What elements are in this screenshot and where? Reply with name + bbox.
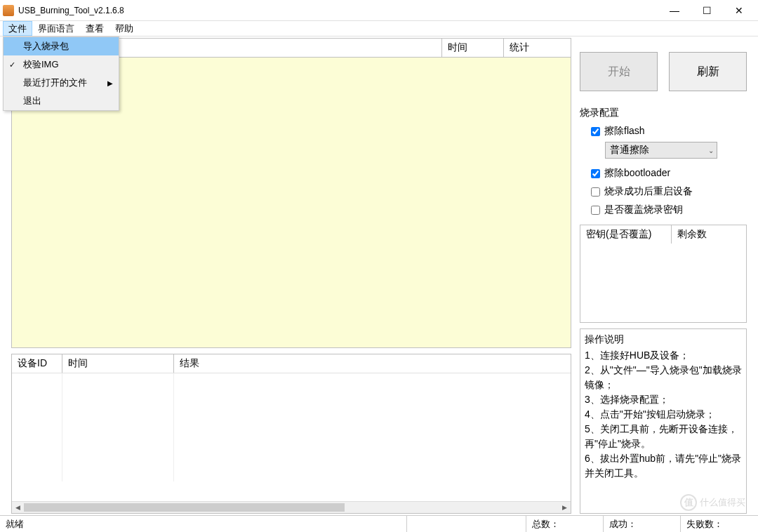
horizontal-scrollbar[interactable]: ◀ ▶	[12, 501, 571, 513]
table-row[interactable]	[12, 451, 571, 466]
col-key: 密钥(是否覆盖)	[580, 225, 672, 244]
erase-bootloader-label: 擦除bootloader	[604, 167, 670, 180]
app-icon	[3, 5, 14, 16]
status-failed: 失败数：	[681, 516, 758, 532]
table-row[interactable]	[12, 420, 571, 435]
action-buttons: 开始 刷新	[580, 38, 747, 105]
window-controls: — ☐ ✕	[658, 0, 755, 21]
erase-bootloader-input[interactable]	[591, 169, 600, 178]
col-time: 时间	[62, 354, 174, 373]
table-row[interactable]	[12, 404, 571, 420]
menu-verify-img-label: 校验IMG	[23, 58, 59, 71]
instruction-step: 2、从"文件"—"导入烧录包"加载烧录镜像；	[585, 363, 742, 392]
burn-config-section: 烧录配置 擦除flash 普通擦除 ⌄ 擦除bootloader 烧录成功后重启…	[580, 105, 747, 220]
erase-flash-label: 擦除flash	[604, 125, 645, 138]
overwrite-key-checkbox[interactable]: 是否覆盖烧录密钥	[580, 202, 747, 220]
instruction-step: 5、关闭工具前，先断开设备连接，再"停止"烧录。	[585, 422, 742, 451]
close-button[interactable]: ✕	[723, 0, 755, 21]
menu-exit[interactable]: 退出	[4, 92, 119, 110]
col-result: 结果	[174, 354, 571, 373]
table-row[interactable]	[12, 466, 571, 481]
erase-flash-input[interactable]	[591, 127, 600, 136]
chevron-down-icon: ⌄	[708, 147, 714, 154]
menu-file[interactable]: 文件	[3, 21, 32, 36]
col-time: 时间	[442, 39, 504, 57]
file-dropdown: 导入烧录包 ✓ 校验IMG 最近打开的文件 ▶ 退出	[3, 36, 119, 111]
reboot-after-label: 烧录成功后重启设备	[604, 185, 693, 198]
scroll-left-icon[interactable]: ◀	[12, 502, 24, 513]
device-table-container: 设备ID 时间 结果 ◀ ▶	[11, 354, 571, 514]
instruction-step: 3、选择烧录配置；	[585, 392, 742, 407]
table-row[interactable]	[12, 389, 571, 404]
chevron-right-icon: ▶	[107, 79, 113, 87]
col-remaining: 剩余数	[672, 225, 746, 244]
menubar: 文件 界面语言 查看 帮助	[0, 21, 758, 36]
erase-flash-checkbox[interactable]: 擦除flash	[580, 124, 747, 142]
check-icon: ✓	[9, 60, 15, 69]
status-ready: 就绪	[0, 516, 407, 532]
instruction-step: 6、拔出外置hub前，请先"停止"烧录并关闭工具。	[585, 451, 742, 481]
table-row[interactable]	[12, 435, 571, 451]
key-table-container: 密钥(是否覆盖) 剩余数	[580, 225, 747, 323]
menu-import-package[interactable]: 导入烧录包	[4, 37, 119, 55]
titlebar: USB_Burning_Tool_v2.1.6.8 — ☐ ✕	[0, 0, 758, 21]
menu-recent-files-label: 最近打开的文件	[23, 77, 87, 89]
right-panel: 开始 刷新 烧录配置 擦除flash 普通擦除 ⌄ 擦除bootloader 烧…	[576, 36, 758, 515]
col-stats: 统计	[503, 39, 571, 57]
key-table: 密钥(是否覆盖) 剩余数	[580, 225, 746, 244]
statusbar: 就绪 总数： 成功： 失败数：	[0, 515, 758, 532]
menu-recent-files[interactable]: 最近打开的文件 ▶	[4, 74, 119, 92]
erase-mode-value: 普通擦除	[610, 144, 649, 157]
instructions-panel: 操作说明 1、连接好HUB及设备； 2、从"文件"—"导入烧录包"加载烧录镜像；…	[580, 328, 747, 514]
refresh-button[interactable]: 刷新	[669, 52, 747, 91]
erase-bootloader-checkbox[interactable]: 擦除bootloader	[580, 166, 747, 184]
scrollbar-track[interactable]	[24, 502, 559, 513]
status-total: 总数：	[526, 516, 604, 532]
menu-verify-img[interactable]: ✓ 校验IMG	[4, 55, 119, 74]
window-title: USB_Burning_Tool_v2.1.6.8	[18, 6, 658, 15]
reboot-after-checkbox[interactable]: 烧录成功后重启设备	[580, 184, 747, 202]
instruction-step: 4、点击"开始"按钮启动烧录；	[585, 407, 742, 422]
status-success: 成功：	[604, 516, 681, 532]
scroll-right-icon[interactable]: ▶	[559, 502, 571, 513]
instructions-title: 操作说明	[585, 332, 742, 347]
maximize-button[interactable]: ☐	[691, 0, 723, 21]
menu-view[interactable]: 查看	[80, 21, 109, 36]
scrollbar-thumb[interactable]	[24, 503, 345, 512]
minimize-button[interactable]: —	[658, 0, 691, 21]
start-button[interactable]: 开始	[580, 52, 658, 91]
table-row[interactable]	[12, 373, 571, 389]
reboot-after-input[interactable]	[591, 187, 600, 197]
config-title: 烧录配置	[580, 105, 747, 124]
overwrite-key-label: 是否覆盖烧录密钥	[604, 204, 683, 216]
menu-help[interactable]: 帮助	[109, 21, 139, 36]
col-device-id: 设备ID	[12, 354, 62, 373]
device-table: 设备ID 时间 结果	[12, 354, 571, 481]
instruction-step: 1、连接好HUB及设备；	[585, 348, 742, 363]
erase-mode-select[interactable]: 普通擦除 ⌄	[605, 142, 717, 159]
menu-language[interactable]: 界面语言	[32, 21, 80, 36]
overwrite-key-input[interactable]	[591, 206, 600, 215]
